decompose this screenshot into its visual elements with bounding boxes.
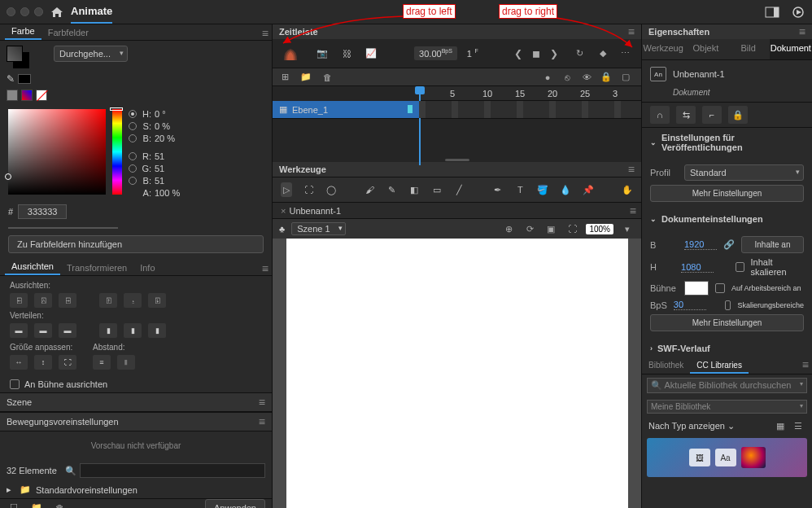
center-stage-icon[interactable]: ⊕ xyxy=(501,221,516,236)
align-left-icon[interactable]: ⍇ xyxy=(10,293,28,308)
space-v-icon[interactable]: ≡ xyxy=(93,355,111,370)
tab-cc-libraries[interactable]: CC Libraries xyxy=(690,358,749,374)
lasso-tool-icon[interactable]: ◯ xyxy=(325,182,337,197)
new-preset-icon[interactable]: ☐ xyxy=(7,501,21,509)
motion-menu-icon[interactable]: ≡ xyxy=(259,415,265,428)
profile-dropdown[interactable]: Standard xyxy=(684,164,804,181)
b-value[interactable]: 20 % xyxy=(155,134,187,143)
align-to-stage-checkbox[interactable] xyxy=(10,379,20,389)
space-h-icon[interactable]: ⦀ xyxy=(117,355,135,370)
pen-tool-icon[interactable]: ✒ xyxy=(492,182,504,197)
tab-ausrichten[interactable]: Ausrichten xyxy=(5,260,60,275)
publish-section-header[interactable]: ⌄Einstellungen für Veröffentlichungen xyxy=(642,128,812,157)
filter-label[interactable]: Nach Typ anzeigen xyxy=(648,421,725,431)
more-docset-button[interactable]: Mehr Einstellungen xyxy=(650,314,804,331)
new-folder-icon[interactable]: 📁 xyxy=(29,501,44,509)
fps-value[interactable]: 30.00 xyxy=(419,49,442,59)
dist-top-icon[interactable]: ▬ xyxy=(10,323,28,338)
prev-frame-icon[interactable]: ◼ xyxy=(532,48,540,59)
color-panel-menu-icon[interactable]: ≡ xyxy=(262,27,268,40)
preset-folder[interactable]: ▸ 📁 Standardvoreinstellungen xyxy=(0,481,272,498)
scaling-checkbox[interactable] xyxy=(725,300,731,310)
bb-value[interactable]: 51 xyxy=(155,176,187,186)
scenes-icon[interactable]: ♣ xyxy=(279,224,285,234)
close-tab-icon[interactable]: × xyxy=(281,206,286,216)
stage-color-swatch[interactable] xyxy=(684,281,709,296)
library-menu-icon[interactable]: ≡ xyxy=(802,358,809,374)
highlight-icon[interactable]: ● xyxy=(540,70,555,85)
align-vcenter-icon[interactable]: ⍚ xyxy=(124,293,142,308)
align-panel-menu-icon[interactable]: ≡ xyxy=(262,262,268,275)
motion-panel-header[interactable]: Bewegungsvoreinstellungen xyxy=(7,417,119,427)
stage[interactable] xyxy=(286,239,628,508)
tab-info[interactable]: Info xyxy=(133,261,161,275)
my-library-dropdown[interactable]: Meine Bibliothek xyxy=(647,400,807,414)
rulers-icon[interactable]: ⌐ xyxy=(702,106,722,124)
color-mode-icon-2[interactable] xyxy=(21,90,33,101)
layer-frames[interactable] xyxy=(419,101,641,118)
lib-asset-icon[interactable]: 🖼 xyxy=(689,449,710,466)
clip-view-icon[interactable]: ▣ xyxy=(544,221,558,236)
current-frame[interactable]: 1 xyxy=(467,49,472,59)
align-top-icon[interactable]: ⍐ xyxy=(99,293,117,308)
list-view-icon[interactable]: ☰ xyxy=(791,418,805,433)
b-radio[interactable] xyxy=(129,134,137,142)
s-radio[interactable] xyxy=(129,122,137,130)
pencil-stroke-icon[interactable]: ✎ xyxy=(7,73,47,85)
edit-multiple-frames-icon[interactable]: ⇆ xyxy=(676,106,696,124)
workspace-layout-icon[interactable] xyxy=(765,5,779,20)
eraser-tool-icon[interactable]: ◧ xyxy=(409,182,421,197)
fill-stroke-swatches[interactable] xyxy=(7,46,31,70)
library-search[interactable]: 🔍 Aktuelle Bibliothek durchsuchen xyxy=(647,378,807,393)
properties-menu-icon[interactable]: ≡ xyxy=(799,25,805,38)
layer-row[interactable]: ▦ Ebene_1 xyxy=(273,101,641,119)
align-bottom-icon[interactable]: ⍗ xyxy=(148,293,166,308)
tab-dokument[interactable]: Dokument xyxy=(770,39,812,59)
align-hcenter-icon[interactable]: ⍓ xyxy=(34,293,52,308)
play-icon[interactable] xyxy=(791,5,805,20)
minimize-window-icon[interactable] xyxy=(20,7,29,16)
add-to-swatches-button[interactable]: Zu Farbfeldern hinzufügen xyxy=(8,235,264,253)
visibility-icon[interactable]: 👁 xyxy=(579,70,594,85)
scale-content-checkbox[interactable] xyxy=(736,262,744,272)
s-value[interactable]: 0 % xyxy=(155,121,187,131)
new-layer-icon[interactable]: ⊞ xyxy=(277,70,292,85)
scene-panel-header[interactable]: Szene xyxy=(7,397,32,407)
tab-objekt[interactable]: Objekt xyxy=(684,39,727,59)
connect-icon[interactable]: ⎋ xyxy=(560,70,574,85)
delete-layer-icon[interactable]: 🗑 xyxy=(320,70,334,85)
pasteboard-checkbox[interactable] xyxy=(715,283,725,293)
tab-bibliothek[interactable]: Bibliothek xyxy=(642,358,690,374)
graph-icon[interactable]: 📈 xyxy=(364,46,378,61)
tab-bild[interactable]: Bild xyxy=(727,39,770,59)
more-publish-button[interactable]: Mehr Einstellungen xyxy=(650,185,804,202)
camera-icon[interactable]: 📷 xyxy=(315,46,330,61)
tab-farbe[interactable]: Farbe xyxy=(5,24,41,40)
tab-werkzeug[interactable]: Werkzeug xyxy=(642,39,684,59)
dist-bottom-icon[interactable]: ▬ xyxy=(59,323,76,338)
pencil-tool-icon[interactable]: ✎ xyxy=(386,182,398,197)
dist-vcenter-icon[interactable]: ▬ xyxy=(34,323,52,338)
color-mode-icon-1[interactable] xyxy=(7,90,18,101)
swf-history-header[interactable]: ›SWF-Verlauf xyxy=(642,339,812,358)
apply-button[interactable]: Anwenden xyxy=(205,499,265,509)
hue-slider[interactable] xyxy=(112,109,122,195)
color-field[interactable] xyxy=(8,109,106,195)
lib-color-icon[interactable] xyxy=(741,447,766,468)
text-tool-icon[interactable]: T xyxy=(515,182,526,197)
grid-view-icon[interactable]: ▦ xyxy=(773,418,788,433)
lock-stage-icon[interactable]: 🔒 xyxy=(728,106,748,124)
width-input[interactable] xyxy=(684,239,717,250)
first-frame-icon[interactable]: ❮ xyxy=(514,48,522,59)
canvas-area[interactable] xyxy=(273,239,641,508)
dist-right-icon[interactable]: ▮ xyxy=(148,323,166,338)
fps-input[interactable] xyxy=(674,300,706,310)
dist-hcenter-icon[interactable]: ▮ xyxy=(124,323,142,338)
hex-input[interactable] xyxy=(18,204,67,219)
layer-name[interactable]: Ebene_1 xyxy=(292,105,328,115)
match-h-icon[interactable]: ↕ xyxy=(34,355,52,370)
scene-menu-icon[interactable]: ≡ xyxy=(259,396,265,409)
h-value[interactable]: 0 ° xyxy=(155,109,187,119)
outline-icon[interactable]: ▢ xyxy=(618,70,633,85)
new-folder-layer-icon[interactable]: 📁 xyxy=(299,70,313,85)
